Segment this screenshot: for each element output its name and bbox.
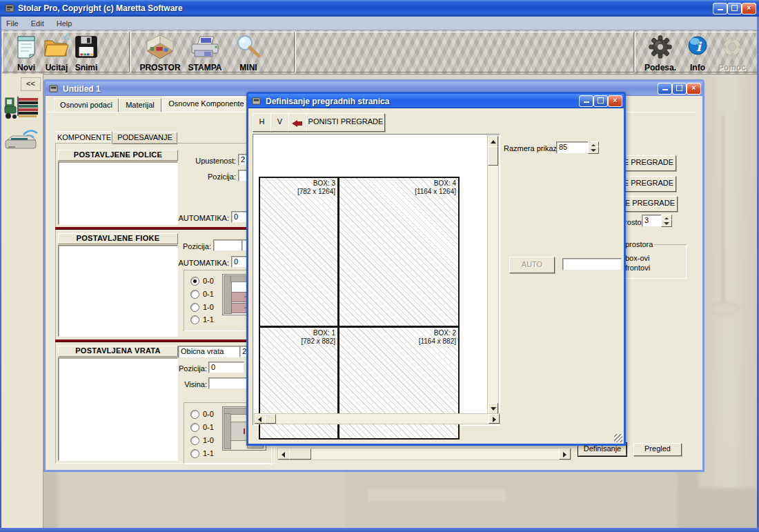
scroll-left-button[interactable] — [278, 449, 290, 460]
dialog-close-button[interactable]: × — [608, 95, 622, 107]
auto-button[interactable]: AUTO — [509, 257, 555, 273]
scrollbar-thumb[interactable] — [289, 449, 311, 460]
undo-arrow-button[interactable] — [288, 113, 307, 132]
forklift-icon[interactable] — [3, 94, 39, 123]
h-split-button[interactable]: H — [253, 113, 271, 132]
menu-edit[interactable]: Edit — [25, 19, 50, 28]
vrata-radio-1-1[interactable]: 1-1 — [190, 448, 214, 457]
scroll-right-button[interactable] — [489, 414, 500, 424]
radio-label: 0-0 — [203, 277, 214, 285]
field-value: 2 — [241, 155, 245, 164]
canvas-horizontal-scrollbar[interactable] — [254, 413, 500, 424]
field-value: 3 — [644, 216, 649, 224]
dialog-maximize-button[interactable] — [593, 95, 608, 107]
scroll-down-button[interactable] — [488, 403, 498, 414]
box-dims: [782 x 882] — [302, 337, 335, 346]
scroll-right-button[interactable] — [559, 449, 571, 460]
prostora-spinner[interactable] — [661, 215, 671, 227]
menu-file[interactable]: File — [0, 19, 25, 28]
v-split-button[interactable]: V — [270, 113, 289, 132]
ucitaj-button[interactable]: Ucitaj — [41, 34, 72, 72]
scanner-icon[interactable] — [4, 125, 39, 152]
box-name: BOX: 2 — [419, 329, 456, 337]
header-label: POSTAVLJENA VRATA — [75, 346, 161, 355]
ponisti-pregrade-button[interactable]: PONISTI PREGRADE — [306, 113, 385, 132]
police-listbox[interactable] — [58, 161, 178, 225]
info-button[interactable]: i Info — [684, 34, 711, 72]
tab-label: KOMPONENTE — [57, 133, 111, 141]
razmera-field[interactable]: 85 — [556, 141, 591, 154]
scrollbar-thumb[interactable] — [488, 146, 498, 166]
tab-osnovne-komponente[interactable]: Osnovne Komponente — [161, 97, 251, 112]
vrata-pozicija-field[interactable]: 0 — [208, 362, 244, 373]
tab-osnovni-podaci[interactable]: Osnovni podaci — [54, 98, 119, 112]
box-label: BOX: 3 [782 x 1264] — [297, 179, 335, 196]
auto-field[interactable] — [562, 258, 622, 270]
resize-grip[interactable] — [614, 434, 622, 442]
app-maximize-button[interactable] — [727, 3, 742, 14]
fioke-radio-0-1[interactable]: 0-1 — [190, 288, 214, 298]
fioke-pozicija-field[interactable] — [213, 239, 244, 251]
mini-label: MINI — [230, 63, 266, 72]
button-label: PONISTI PREGRADE — [308, 117, 384, 126]
box-dims: [1164 x 882] — [419, 337, 456, 346]
cabinet-drawer — [367, 488, 506, 503]
podesa-button[interactable]: Podesa. — [641, 34, 680, 72]
tab-label: PODESAVANJE — [117, 133, 172, 141]
main-horizontal-scrollbar[interactable] — [277, 448, 571, 460]
scrollbar-thumb[interactable] — [265, 414, 276, 424]
box-cell-3[interactable]: BOX: 3 [782 x 1264] — [260, 178, 337, 326]
menu-help[interactable]: Help — [50, 19, 79, 28]
diagram-door-left — [230, 422, 247, 441]
radio-label: 0-0 — [203, 410, 214, 418]
dialog-icon — [251, 96, 262, 106]
toolbar-group-settings: Podesa. i Info Pomoc — [635, 32, 758, 72]
scroll-left-button[interactable] — [255, 414, 266, 424]
box-name: BOX: 4 — [415, 179, 456, 188]
button-label: VE PREGRADE — [619, 158, 673, 166]
mw-close-button[interactable]: × — [687, 83, 701, 95]
fioke-radio-1-1[interactable]: 1-1 — [190, 314, 214, 324]
vrata-radio-0-1[interactable]: 0-1 — [190, 422, 214, 431]
sidebar-collapse-button[interactable]: << — [21, 77, 41, 91]
fioke-listbox[interactable] — [58, 245, 178, 337]
radio-icon — [190, 290, 199, 299]
box-dims: [782 x 1264] — [297, 188, 335, 196]
police-automatika-label: AUTOMATIKA: — [177, 214, 229, 222]
notepad-icon — [12, 34, 40, 60]
tab-materijal[interactable]: Materijal — [119, 98, 161, 112]
window-border-left — [0, 17, 1, 532]
partition-canvas[interactable]: BOX: 3 [782 x 1264] BOX: 4 [1164 x 1264]… — [253, 134, 500, 426]
cabinet-front-left — [57, 464, 347, 530]
scroll-up-button[interactable] — [488, 136, 498, 147]
vrata-radio-0-0[interactable]: 0-0 — [190, 408, 214, 418]
maximize-icon — [598, 97, 604, 104]
spinner-down-icon[interactable] — [588, 146, 599, 154]
novi-button[interactable]: Novi — [8, 34, 44, 72]
printer-icon — [189, 34, 221, 60]
vrata-pozicija-label: Pozicija: — [178, 364, 207, 373]
scroll-left-icon — [258, 417, 262, 422]
pregled-button[interactable]: Pregled — [633, 443, 682, 456]
vrata-listbox[interactable] — [58, 357, 178, 461]
mini-button[interactable]: MINI — [230, 34, 266, 72]
box-cell-4[interactable]: BOX: 4 [1164 x 1264] — [339, 178, 458, 326]
fioke-radio-1-0[interactable]: 1-0 — [190, 302, 214, 311]
razmera-spinner[interactable] — [588, 141, 598, 154]
radio-label: 1-1 — [203, 449, 214, 457]
canvas-vertical-scrollbar[interactable] — [487, 135, 499, 415]
mw-maximize-button[interactable] — [672, 83, 687, 95]
dialog-minimize-button[interactable] — [579, 95, 593, 107]
app-close-button[interactable]: × — [742, 3, 756, 14]
info-label: Info — [684, 63, 711, 72]
spinner-down-icon[interactable] — [661, 219, 672, 227]
header-label: POSTAVLJENE POLICE — [74, 150, 162, 159]
prostor-button[interactable]: PROSTOR — [139, 34, 181, 72]
mw-minimize-button[interactable] — [658, 83, 672, 95]
fioke-radio-0-0[interactable]: 0-0 — [190, 275, 214, 285]
stampa-button[interactable]: STAMPA — [184, 34, 226, 72]
vrata-radio-1-0[interactable]: 1-0 — [190, 435, 214, 444]
field-value: 0 — [211, 363, 215, 371]
app-minimize-button[interactable] — [713, 3, 727, 14]
snimi-button[interactable]: Snimi — [70, 34, 102, 72]
